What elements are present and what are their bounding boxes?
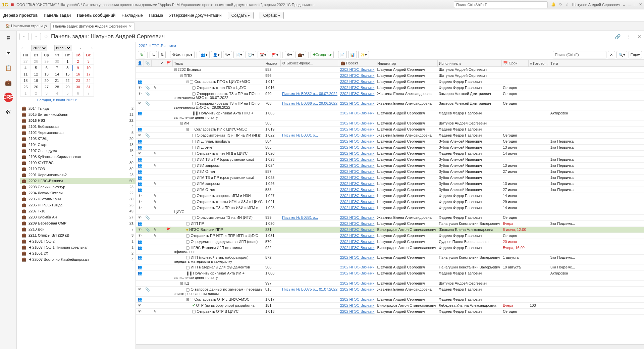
filters-button[interactable]: ⚙ Фильтры ▾	[170, 51, 195, 58]
table-row[interactable]: 👥✎ИЗИ запросы1 0242202 НГЭС-ВязникиШатун…	[136, 163, 644, 169]
cal-day[interactable]: 29	[62, 84, 73, 90]
tb-bp[interactable]: ⚙▾	[285, 51, 294, 58]
table-row[interactable]: 👥❚❚ Получить оригинал Акта ППО + зачисле…	[136, 110, 644, 120]
tb-magic[interactable]: ✨▾	[358, 51, 369, 58]
more-button[interactable]: Еще ▾	[629, 51, 642, 58]
cal-day[interactable]: 3	[41, 90, 52, 97]
cal-day[interactable]: 23	[73, 78, 83, 84]
user-label[interactable]: Шатунов Андрей Сергеевич	[572, 3, 620, 7]
bell-icon[interactable]: 🔔	[551, 2, 556, 7]
project-row[interactable]: 💼Н-21031 ТЭЦ-21	[20, 238, 136, 244]
table-row[interactable]: 👥ИГМ Отчет5882202 НГЭС-ВязникиШатунов Ан…	[136, 187, 644, 193]
tb-sort2[interactable]: ⇅	[158, 51, 166, 58]
tb-users1[interactable]: 👥▾	[199, 51, 210, 58]
col-init[interactable]: Инициатор	[376, 60, 437, 67]
project-row[interactable]: 💼2209 Березовая СМР21	[20, 220, 136, 226]
tb-sort1[interactable]: ⇅	[150, 51, 157, 58]
cal-day[interactable]: 1	[62, 58, 73, 65]
menu-messages[interactable]: Панель сообщений	[77, 13, 115, 18]
grid-search-input[interactable]	[553, 51, 606, 58]
project-row[interactable]: 💼2203 Селихино-Уктур23	[20, 184, 136, 190]
cal-day[interactable]: 20	[41, 78, 52, 84]
table-row[interactable]: 👁✎Отправить отчеты ИГМ и ИЗИ в ЦИУС1 021…	[136, 199, 644, 205]
nav-back-button[interactable]: ←	[19, 33, 29, 40]
project-row[interactable]: 💼2202 НГЭС-Вязники50	[20, 178, 136, 184]
menu-approval[interactable]: Утверждение документации	[169, 13, 222, 18]
col-srok[interactable]: 📅 Срок	[501, 60, 528, 67]
cal-day[interactable]: 5	[62, 90, 73, 97]
cal-day[interactable]: 25	[20, 84, 31, 90]
tb-users2[interactable]: 👤▾	[211, 51, 222, 58]
tb-flag[interactable]: 🚩▾	[270, 51, 280, 58]
tb-date[interactable]: 📅▾	[258, 51, 268, 58]
cal-day[interactable]: 2	[31, 90, 41, 97]
table-row[interactable]: 👥ИГП материалы для фундаментов5862202 НГ…	[136, 264, 644, 270]
col-tegi[interactable]: Теги	[549, 60, 644, 67]
cal-day[interactable]: 5	[31, 65, 41, 71]
cal-day[interactable]: 7	[52, 65, 62, 71]
cal-day[interactable]: 16	[73, 71, 83, 78]
col-proekt[interactable]: 💼 Проект	[339, 60, 376, 67]
project-row[interactable]: 💼2211 Опоры ВЛ 220 кВ3	[20, 232, 136, 238]
project-row[interactable]: 💼2102 Черемшанская5	[20, 130, 136, 136]
history-icon[interactable]: ↻	[559, 2, 562, 7]
col-gotov[interactable]: ≡ Готово...	[528, 60, 549, 67]
project-row[interactable]: 💼2201 Черемшанская-223	[20, 172, 136, 178]
col-bp[interactable]: ⚙ Бизнес-проце...	[281, 60, 339, 67]
table-row[interactable]: 👥⊟Согласовать ОТР с ЦИУС+МЭС1 0172202 НГ…	[136, 296, 644, 302]
cal-day[interactable]: 21	[52, 78, 62, 84]
home-tab[interactable]: 🏠 Начальная страница	[2, 22, 50, 30]
cal-day[interactable]: 4	[52, 90, 62, 97]
grid-search-clear[interactable]: ✕	[608, 51, 615, 58]
cal-day[interactable]: 26	[31, 84, 41, 90]
table-row[interactable]: 👥НГЭС-Вязники ИГП скважины официально922…	[136, 245, 644, 255]
cal-day[interactable]: 6	[73, 90, 83, 97]
project-row[interactable]: 💼2110 ТОЗ39	[20, 166, 136, 172]
table-row[interactable]: 👥ИГМ ТЗ и ПР (срок установи сам)1 025220…	[136, 175, 644, 181]
project-row[interactable]: 💼2108 Кубанская-Кирилловская2	[20, 154, 136, 160]
dock-briefcase-icon[interactable]: 💼	[4, 78, 13, 87]
table-row[interactable]: ⊟ППО9962202 НГЭС-ВязникиШатунов Андрей С…	[136, 73, 644, 79]
cal-prev-icon[interactable]: ‹	[20, 46, 24, 50]
burger-icon[interactable]: ≡	[11, 2, 14, 8]
table-row[interactable]: 👥❚❚ Получить оригинал Акта ИИ + зачислен…	[136, 270, 644, 281]
cal-day[interactable]: 30	[73, 84, 83, 90]
panel-close-icon[interactable]: ✕	[637, 34, 641, 39]
refresh-button[interactable]: ↻	[138, 51, 145, 58]
cal-day[interactable]: 12	[31, 71, 41, 78]
table-row[interactable]: 👁📎✎Отправить отчет ПО в ЦИУС1 0162202 НГ…	[136, 85, 644, 91]
table-row[interactable]: 👥⊟Согласовать ИИ с ЦИУС+МЭС1 0192202 НГЭ…	[136, 127, 644, 133]
ellipsis-icon[interactable]: ⋮	[627, 34, 631, 39]
task-grid[interactable]: 👤 📎 ✔ 🚩 Тема Номер ⚙ Бизнес-проце... 💼 П…	[136, 60, 644, 344]
cal-prev2-icon[interactable]: ‹	[79, 46, 83, 50]
project-row[interactable]: 💼2101 Бобыльская4	[20, 123, 136, 130]
table-row[interactable]: ⊟2202 Вязники5822202 НГЭС-ВязникиШатунов…	[136, 67, 644, 73]
close-icon[interactable]: ✕	[639, 2, 642, 7]
table-row[interactable]: 👁✔ ОТР (по выбору опор) разработка151220…	[136, 302, 644, 308]
create-task-button[interactable]: ✚ Создать ▾	[311, 51, 334, 58]
table-row[interactable]: 👁✎Отправить ТЗ и ПР на ИЗИ и ИГМ в ЦИУС1…	[136, 205, 644, 215]
table-row[interactable]: 👁📎О запросе данных по замерам - передать…	[136, 287, 644, 296]
col-flag[interactable]: 🚩	[165, 60, 173, 67]
table-row[interactable]: 👁📎О рассмотрении ТЗ на ИИ (ИГИ)939Письмо…	[136, 215, 644, 221]
table-row[interactable]: ⊟ПД9972202 НГЭС-ВязникиШатунов Андрей Се…	[136, 281, 644, 287]
cal-day[interactable]: 18	[20, 78, 31, 84]
cal-day[interactable]: 3	[83, 58, 94, 65]
cal-day[interactable]: 29	[41, 58, 52, 65]
cal-day[interactable]: 9	[73, 65, 83, 71]
cal-day[interactable]: 27	[20, 58, 31, 65]
dock-erp-icon[interactable]: ERP	[4, 93, 13, 102]
project-row[interactable]: 💼Н-21051 2Х2	[20, 250, 136, 256]
project-row[interactable]: 💼Н-21037 ТЭЦ-1 Пиковая котельная1	[20, 244, 136, 250]
minimize-icon[interactable]: —	[628, 3, 631, 7]
table-row[interactable]: 👥ИГП (полевой этап, лаборатория), переда…	[136, 255, 644, 264]
settings-icon[interactable]: ≡	[623, 3, 625, 7]
breadcrumb[interactable]: 2202 НГЭС-Вязники	[136, 42, 644, 50]
cal-day[interactable]: 22	[62, 78, 73, 84]
col-icon1[interactable]: 👤	[136, 60, 144, 67]
table-row[interactable]: 👁✎Отправить ОТР В ЦИУС1 0182202 НГЭС-Вяз…	[136, 308, 644, 314]
project-row[interactable]: 💼2109 ЮУГРЭС30	[20, 160, 136, 166]
menu-invoices[interactable]: Накладные	[121, 13, 143, 18]
table-row[interactable]: 👥Определить подрядчика на ИГП (поле)5702…	[136, 239, 644, 245]
project-row[interactable]: 💼2014 Тында2	[20, 105, 136, 111]
